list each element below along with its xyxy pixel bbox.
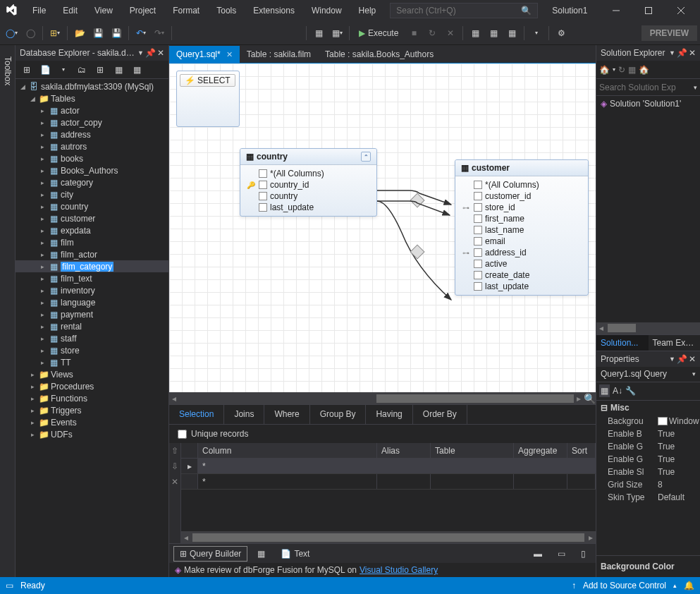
stop-button[interactable]: ■ xyxy=(405,25,422,42)
solution-root[interactable]: ◈ Solution 'Solution1' xyxy=(596,96,700,111)
qb-tab-where[interactable]: Where xyxy=(264,405,309,424)
db-tool-1[interactable]: ▦ xyxy=(310,25,327,42)
column-store_id[interactable]: ⊶store_id xyxy=(455,202,588,213)
column-AllColumns[interactable]: *(All Columns) xyxy=(455,179,588,190)
menu-window[interactable]: Window xyxy=(305,3,349,18)
tree-toggle-icon[interactable]: ▸ xyxy=(28,370,37,379)
tables-folder[interactable]: ◢📁Tables xyxy=(16,92,168,104)
dropdown-icon[interactable]: ▼ xyxy=(669,354,675,364)
column-checkbox[interactable] xyxy=(474,237,482,246)
qb-tab-having[interactable]: Having xyxy=(366,405,412,424)
table-staff[interactable]: ▸▦staff xyxy=(16,332,168,344)
table-customer[interactable]: ▸▦customer xyxy=(16,212,168,224)
column-checkbox[interactable] xyxy=(259,169,267,178)
table-film_category[interactable]: ▸▦film_category xyxy=(16,260,168,272)
table-inventory[interactable]: ▸▦inventory xyxy=(16,284,168,296)
cell-sort[interactable] xyxy=(567,459,596,473)
menu-edit[interactable]: Edit xyxy=(56,3,85,18)
db-tool-5[interactable]: ▦ xyxy=(503,25,520,42)
properties-object[interactable]: Query1.sql Query ▾ xyxy=(596,367,700,382)
close-button[interactable] xyxy=(665,0,697,21)
header-aggregate[interactable]: Aggregate xyxy=(514,443,567,458)
property-value[interactable]: True xyxy=(658,429,700,439)
canvas-scrollbar-h[interactable]: ◂▸🔍 xyxy=(169,392,596,404)
solution-tab[interactable]: Solution... xyxy=(596,335,649,351)
row-header[interactable]: ▸ xyxy=(181,459,198,473)
tab-close-icon[interactable]: ✕ xyxy=(226,50,233,59)
preview-button[interactable]: PREVIEW xyxy=(641,25,697,41)
folder-functions[interactable]: ▸📁Functions xyxy=(16,392,168,404)
save-all-button[interactable]: 💾 xyxy=(108,25,125,42)
folder-events[interactable]: ▸📁Events xyxy=(16,416,168,428)
refresh-button[interactable]: ↻ xyxy=(424,25,441,42)
events-icon[interactable]: 🔧 xyxy=(625,386,636,396)
table-category[interactable]: ▸▦category xyxy=(16,176,168,188)
table-payment[interactable]: ▸▦payment xyxy=(16,308,168,320)
open-button[interactable]: 📂 xyxy=(71,25,88,42)
close-icon[interactable]: ✕ xyxy=(157,48,164,58)
table-autrors[interactable]: ▸▦autrors xyxy=(16,140,168,152)
solution-search-input[interactable] xyxy=(599,83,694,92)
table-Books_Authors[interactable]: ▸▦Books_Authors xyxy=(16,164,168,176)
table-actor[interactable]: ▸▦actor xyxy=(16,104,168,116)
move-down-icon[interactable]: ⇩ xyxy=(171,461,178,471)
maximize-button[interactable] xyxy=(632,0,665,21)
tree-toggle-icon[interactable]: ▸ xyxy=(38,298,47,307)
folder-udfs[interactable]: ▸📁UDFs xyxy=(16,428,168,440)
move-up-icon[interactable]: ⇧ xyxy=(171,446,178,456)
table-country[interactable]: ▸▦country xyxy=(16,200,168,212)
column-checkbox[interactable] xyxy=(259,192,267,200)
property-value[interactable]: True xyxy=(658,454,700,464)
column-first_name[interactable]: first_name xyxy=(455,213,588,224)
upload-icon[interactable]: ↑ xyxy=(572,581,576,590)
column-customer_id[interactable]: customer_id xyxy=(455,190,588,202)
column-checkbox[interactable] xyxy=(259,181,267,189)
tool-icon[interactable]: ▦ xyxy=(628,65,636,75)
zoom-icon[interactable]: 🔍 xyxy=(584,393,596,404)
tool-button-6[interactable]: ▦ xyxy=(110,61,127,78)
tree-toggle-icon[interactable]: ▸ xyxy=(38,358,47,367)
db-tool-3[interactable]: ▦ xyxy=(467,25,484,42)
tree-toggle-icon[interactable]: ▸ xyxy=(28,394,37,403)
cell-alias[interactable] xyxy=(377,459,431,473)
table-store[interactable]: ▸▦store xyxy=(16,344,168,356)
header-column[interactable]: Column xyxy=(198,443,377,458)
grid-scrollbar-h[interactable]: ◂▸ xyxy=(181,531,596,543)
source-control-button[interactable]: Add to Source Control xyxy=(583,581,666,590)
table-film[interactable]: ▸▦film xyxy=(16,236,168,248)
column-checkbox[interactable] xyxy=(474,248,482,257)
column-country[interactable]: country xyxy=(240,190,376,202)
tree-toggle-icon[interactable]: ▸ xyxy=(38,310,47,319)
property-value[interactable]: True xyxy=(658,467,700,477)
notifications-icon[interactable]: 🔔 xyxy=(684,581,694,590)
tree-toggle-icon[interactable]: ▸ xyxy=(38,286,47,295)
tree-toggle-icon[interactable]: ▸ xyxy=(38,166,47,175)
table-film_text[interactable]: ▸▦film_text xyxy=(16,272,168,284)
column-checkbox[interactable] xyxy=(474,282,482,291)
qb-tab-group-by[interactable]: Group By xyxy=(310,405,367,424)
table-film_actor[interactable]: ▸▦film_actor xyxy=(16,248,168,260)
column-address_id[interactable]: ⊶address_id xyxy=(455,247,588,258)
column-AllColumns[interactable]: *(All Columns) xyxy=(240,168,376,179)
header-sort[interactable]: Sort xyxy=(567,443,596,458)
tree-toggle-icon[interactable]: ▸ xyxy=(38,190,47,199)
header-alias[interactable]: Alias xyxy=(377,443,431,458)
table-customer[interactable]: ▦customer *(All Columns)customer_id⊶stor… xyxy=(455,159,589,296)
dropdown-icon[interactable]: ▼ xyxy=(669,48,675,58)
row-header[interactable] xyxy=(181,474,198,489)
tree-toggle-icon[interactable]: ▸ xyxy=(38,178,47,187)
property-value[interactable]: Default xyxy=(658,492,700,502)
solution-search[interactable]: ▾ xyxy=(596,79,700,96)
db-tool-4[interactable]: ▦ xyxy=(485,25,502,42)
tool-tab[interactable]: ▦ xyxy=(252,547,271,561)
close-icon[interactable]: ✕ xyxy=(689,48,696,58)
text-tab[interactable]: 📄Text xyxy=(275,547,315,561)
property-value[interactable]: True xyxy=(658,442,700,451)
tree-toggle-icon[interactable]: ▸ xyxy=(28,418,37,427)
tool-button-4[interactable]: 🗂 xyxy=(73,61,90,78)
view-mode-1[interactable]: ▬ xyxy=(528,547,548,561)
tool-button-5[interactable]: ⊞ xyxy=(92,61,109,78)
tree-toggle-icon[interactable]: ▸ xyxy=(28,430,37,439)
new-query-button[interactable]: 📄 xyxy=(37,61,54,78)
property-row[interactable]: Enable SlTrue xyxy=(596,466,700,478)
